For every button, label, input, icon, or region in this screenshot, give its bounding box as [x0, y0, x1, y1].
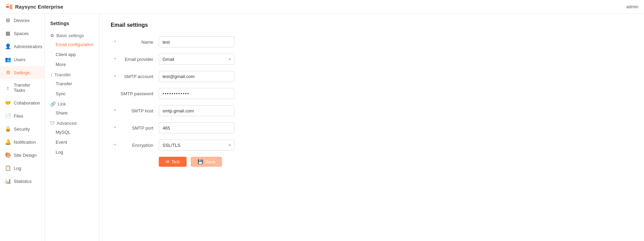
sidebar-item-devices[interactable]: ⊞ Devices: [0, 14, 44, 27]
sub-item-event[interactable]: Event: [45, 137, 99, 147]
sub-sidebar: Settings ⚙ Basic settings Email configur…: [45, 14, 100, 241]
sidebar-item-security[interactable]: 🔒 Security: [0, 122, 44, 135]
advanced-section-icon: 🛡: [50, 121, 55, 126]
sidebar-label-collaboration: Collaboration: [14, 100, 40, 106]
email-provider-select-wrap: Gmail Outlook Yahoo Custom ▾: [159, 54, 234, 65]
files-icon: 📄: [5, 113, 11, 119]
sidebar-label-settings: Settings: [14, 70, 30, 75]
sidebar-label-files: Files: [14, 113, 23, 119]
sidebar-item-spaces[interactable]: ▦ Spaces: [0, 27, 44, 40]
client-app-label: Client app: [56, 52, 76, 57]
sidebar-label-spaces: Spaces: [14, 31, 29, 36]
sub-item-transfer[interactable]: Transfer: [45, 79, 99, 89]
sidebar-label-transfer-tasks: Transfer Tasks: [14, 83, 40, 93]
select-encryption[interactable]: SSL/TLS STARTTLS None: [159, 140, 234, 151]
logo: Raysync Enterprise: [5, 3, 63, 11]
security-icon: 🔒: [5, 126, 11, 132]
logo-icon: [5, 3, 13, 11]
form-row-smtp-host: SMTP host: [111, 105, 633, 116]
statistics-icon: 📊: [5, 178, 11, 184]
svg-rect-0: [6, 6, 9, 8]
label-smtp-host: SMTP host: [111, 108, 159, 113]
test-button[interactable]: ✉ Test: [159, 157, 187, 167]
page-title: Email settings: [111, 22, 633, 28]
label-smtp-password: SMTP password: [111, 91, 159, 96]
save-button[interactable]: 💾 Save: [191, 157, 222, 167]
sub-item-client-app[interactable]: Client app: [45, 50, 99, 59]
sidebar-label-administrators: Administrators: [14, 44, 42, 49]
sub-top-label-text: Settings: [50, 21, 69, 26]
sidebar-item-files[interactable]: 📄 Files: [0, 109, 44, 122]
sidebar-label-devices: Devices: [14, 18, 30, 23]
sidebar-item-administrators[interactable]: 👤 Administrators: [0, 40, 44, 53]
mysql-label: MySQL: [56, 130, 70, 135]
sidebar-label-security: Security: [14, 127, 30, 132]
form-row-smtp-port: SMTP port: [111, 122, 633, 133]
button-row: ✉ Test 💾 Save: [159, 157, 633, 167]
form-row-email-provider: Email provider Gmail Outlook Yahoo Custo…: [111, 54, 633, 65]
email-configuration-label: Email configuration: [56, 42, 94, 47]
log-icon: 📋: [5, 165, 11, 171]
save-icon: 💾: [198, 159, 203, 164]
input-smtp-account[interactable]: [159, 71, 234, 82]
label-name: Name: [111, 40, 159, 45]
sidebar-label-notification: Notification: [14, 140, 36, 145]
input-smtp-host[interactable]: [159, 105, 234, 116]
encryption-select-wrap: SSL/TLS STARTTLS None ▾: [159, 140, 234, 151]
sidebar-item-site-design[interactable]: 🎨 Site Design: [0, 149, 44, 162]
sidebar-item-statistics[interactable]: 📊 Statistics: [0, 175, 44, 188]
input-name[interactable]: [159, 36, 234, 47]
sub-item-more[interactable]: More: [45, 59, 99, 69]
sub-section-advanced[interactable]: 🛡 Advanced: [45, 118, 99, 127]
user-label: admin: [626, 4, 639, 9]
sub-section-link[interactable]: 🔗 Link: [45, 99, 99, 108]
main-content: Email settings Name Email provider Gmail…: [100, 14, 644, 241]
collaboration-icon: 🤝: [5, 100, 11, 106]
sidebar-item-notification[interactable]: 🔔 Notification: [0, 135, 44, 149]
transfer-label: Transfer: [56, 81, 72, 86]
advanced-log-label: Log: [56, 150, 63, 155]
sub-item-share[interactable]: Share: [45, 108, 99, 118]
basic-settings-label: Basic settings: [56, 33, 84, 38]
sidebar-label-site-design: Site Design: [14, 153, 36, 158]
event-label: Event: [56, 140, 67, 145]
sidebar-label-users: Users: [14, 57, 25, 62]
link-section-label: Link: [58, 101, 66, 107]
label-smtp-port: SMTP port: [111, 125, 159, 131]
sub-item-mysql[interactable]: MySQL: [45, 127, 99, 137]
transfer-section-label: Transfer: [55, 72, 71, 77]
sub-item-advanced-log[interactable]: Log: [45, 147, 99, 157]
select-email-provider[interactable]: Gmail Outlook Yahoo Custom: [159, 54, 234, 65]
share-label: Share: [56, 110, 68, 116]
sub-item-sync[interactable]: Sync: [45, 89, 99, 99]
label-email-provider: Email provider: [111, 57, 159, 62]
svg-rect-1: [10, 4, 12, 9]
test-icon: ✉: [166, 159, 169, 164]
app-title: Raysync Enterprise: [15, 4, 63, 10]
link-section-icon: 🔗: [50, 101, 56, 107]
sidebar-item-transfer-tasks[interactable]: ↕ Transfer Tasks: [0, 79, 44, 96]
save-button-label: Save: [205, 159, 215, 164]
label-smtp-account: SMTP account: [111, 74, 159, 79]
sub-section-transfer[interactable]: ↕ Transfer: [45, 69, 99, 79]
topbar: Raysync Enterprise admin: [0, 0, 644, 14]
sub-item-email-configuration[interactable]: Email configuration: [45, 40, 99, 50]
form-row-smtp-account: SMTP account: [111, 71, 633, 82]
sidebar-item-settings[interactable]: ⚙ Settings: [0, 66, 44, 79]
form-row-name: Name: [111, 36, 633, 47]
users-icon: 👥: [5, 56, 11, 63]
sidebar-item-users[interactable]: 👥 Users: [0, 53, 44, 66]
main-sidebar: ⊞ Devices ▦ Spaces 👤 Administrators 👥 Us…: [0, 14, 45, 241]
notification-icon: 🔔: [5, 139, 11, 145]
transfer-section-icon: ↕: [50, 72, 53, 77]
devices-icon: ⊞: [5, 17, 11, 23]
sidebar-item-collaboration[interactable]: 🤝 Collaboration: [0, 96, 44, 109]
sub-section-basic-settings[interactable]: ⚙ Basic settings: [45, 30, 99, 40]
input-smtp-password[interactable]: [159, 88, 234, 99]
form-row-encryption: Encryption SSL/TLS STARTTLS None ▾: [111, 140, 633, 151]
form-row-smtp-password: SMTP password: [111, 88, 633, 99]
transfer-tasks-icon: ↕: [5, 85, 11, 91]
sidebar-item-log[interactable]: 📋 Log: [0, 162, 44, 175]
sync-label: Sync: [56, 91, 66, 96]
input-smtp-port[interactable]: [159, 122, 234, 133]
